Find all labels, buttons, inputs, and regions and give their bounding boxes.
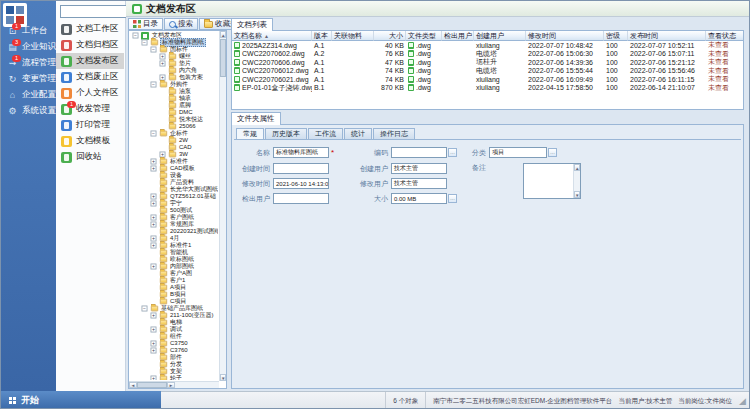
- scroll-down-icon[interactable]: ▼: [574, 191, 580, 198]
- tree-node[interactable]: A项目: [130, 284, 218, 291]
- table-row[interactable]: CWC220706021.dwgA.174 KB.dwgxiuliang2022…: [232, 75, 743, 84]
- tree-node[interactable]: +垫片: [130, 60, 218, 67]
- tree-node[interactable]: +包装方案: [130, 74, 218, 81]
- remark-textarea[interactable]: ▲▼: [523, 163, 581, 199]
- scroll-up-icon[interactable]: ▲: [220, 31, 226, 38]
- expand-icon[interactable]: +: [160, 54, 166, 60]
- column-header-6[interactable]: 检出用户: [442, 31, 474, 41]
- expand-icon[interactable]: +: [151, 327, 157, 333]
- expand-icon[interactable]: +: [151, 201, 157, 207]
- sidebar-item-6[interactable]: ⚙系统设置: [1, 103, 56, 119]
- tree-hscroll-thumb[interactable]: [137, 382, 167, 388]
- tree-node[interactable]: 油泵: [130, 88, 218, 95]
- column-header-7[interactable]: 创建用户: [474, 31, 526, 41]
- module-item-1[interactable]: 文档工作区: [56, 21, 124, 37]
- tab-folder-properties[interactable]: 文件夹属性: [231, 112, 281, 125]
- tree-node[interactable]: 欧标图纸: [130, 256, 218, 263]
- tab-document-list[interactable]: 文档列表: [231, 18, 273, 31]
- tree-node[interactable]: −外购件: [130, 81, 218, 88]
- tree-node[interactable]: +CAD模板: [130, 165, 218, 172]
- module-item-4[interactable]: 文档废止区: [56, 69, 124, 85]
- field-input[interactable]: 标准物料库图纸: [273, 147, 329, 158]
- table-row[interactable]: EP-01-01盒子浇铸.dwgB.1870 KB.dwgxiuliang202…: [232, 84, 743, 93]
- module-item-6[interactable]: 收发管理1: [56, 101, 124, 117]
- sidebar-item-1[interactable]: ⊡工作台1: [1, 23, 56, 39]
- sidebar-item-4[interactable]: ↻变更管理: [1, 71, 56, 87]
- tree-node[interactable]: +常规图库: [130, 221, 218, 228]
- start-button[interactable]: 开始: [1, 391, 161, 409]
- field-input[interactable]: 技术主管: [391, 163, 447, 174]
- collapse-icon[interactable]: −: [142, 306, 148, 312]
- tree-node[interactable]: 设备: [130, 172, 218, 179]
- properties-tab-1[interactable]: 常规: [236, 128, 264, 139]
- table-row[interactable]: CWC22070606.dwgA.147 KB.dwg琚桂升2022-07-06…: [232, 58, 743, 67]
- table-row[interactable]: 2025A2Z314.dwgA.140 KB.dwgxiuliang2022-0…: [232, 41, 743, 50]
- tree-node[interactable]: +标准件: [130, 158, 218, 165]
- tree-node[interactable]: 支架: [130, 368, 218, 375]
- tree-scroll-thumb[interactable]: [220, 39, 226, 77]
- ellipsis-button[interactable]: …: [448, 148, 457, 157]
- sidebar-item-5[interactable]: ⌂企业配置: [1, 87, 56, 103]
- column-header-9[interactable]: 密级: [604, 31, 628, 41]
- tree-vertical-scrollbar[interactable]: ▲ ▼: [219, 31, 226, 381]
- tree-node[interactable]: 组件: [130, 333, 218, 340]
- tree-node[interactable]: +4月: [130, 235, 218, 242]
- tree-node[interactable]: CAD: [130, 144, 218, 151]
- tree-node[interactable]: −基础产品库图纸: [130, 305, 218, 312]
- column-header-3[interactable]: 关联物料: [332, 31, 374, 41]
- tree-node[interactable]: 客户1: [130, 277, 218, 284]
- module-item-3[interactable]: 文档发布区: [56, 53, 124, 69]
- module-item-9[interactable]: 回收站: [56, 149, 124, 165]
- scroll-up-icon[interactable]: ▲: [574, 164, 580, 171]
- tree-node[interactable]: 500测试: [130, 207, 218, 214]
- expand-icon[interactable]: +: [151, 194, 157, 200]
- collapse-icon[interactable]: −: [142, 40, 148, 46]
- remark-scrollbar[interactable]: ▲▼: [573, 164, 580, 198]
- field-input[interactable]: [273, 163, 329, 174]
- table-row[interactable]: CWC22070602.dwgA.276 KB.dwg电缆塔2022-07-06…: [232, 50, 743, 59]
- properties-tab-4[interactable]: 统计: [344, 128, 372, 139]
- column-header-8[interactable]: 修改时间: [526, 31, 604, 41]
- expand-icon[interactable]: +: [151, 264, 157, 270]
- explorer-tab-1[interactable]: 目录: [128, 18, 163, 30]
- expand-icon[interactable]: +: [151, 376, 157, 380]
- tree-node[interactable]: +QTZ5612.01基础: [130, 193, 218, 200]
- tree-node[interactable]: +宇宁: [130, 200, 218, 207]
- tree-node[interactable]: +轮子: [130, 375, 218, 380]
- scroll-down-icon[interactable]: ▼: [220, 374, 226, 381]
- properties-tab-3[interactable]: 工作流: [308, 128, 343, 139]
- expand-icon[interactable]: +: [151, 348, 157, 354]
- tree-node[interactable]: 电梯: [130, 319, 218, 326]
- module-item-7[interactable]: 打印管理: [56, 117, 124, 133]
- expand-icon[interactable]: +: [151, 159, 157, 165]
- tree-node[interactable]: 部件: [130, 354, 218, 361]
- tree-node[interactable]: B项目: [130, 291, 218, 298]
- expand-icon[interactable]: +: [151, 341, 157, 347]
- field-input[interactable]: 技术主管: [391, 178, 447, 189]
- tree-node[interactable]: −企标件: [130, 130, 218, 137]
- tree-node[interactable]: C项目: [130, 298, 218, 305]
- collapse-icon[interactable]: −: [151, 82, 157, 88]
- ellipsis-button[interactable]: …: [448, 194, 457, 203]
- field-input[interactable]: 2021-06-10 14:13:00: [273, 178, 329, 189]
- module-item-2[interactable]: 文档归档区: [56, 37, 124, 53]
- resize-grip[interactable]: ◢: [739, 392, 749, 409]
- scroll-left-icon[interactable]: ◄: [129, 382, 137, 388]
- sidebar-item-2[interactable]: ▤企业知识库3: [1, 39, 56, 55]
- tree-node[interactable]: 内六角: [130, 67, 218, 74]
- tree-node[interactable]: 客户A图: [130, 270, 218, 277]
- column-header-4[interactable]: 大小: [374, 31, 406, 41]
- tree-node[interactable]: 20220321测试图纸: [130, 228, 218, 235]
- tree-node[interactable]: 底脚: [130, 102, 218, 109]
- tree-node[interactable]: 悦来悦达: [130, 116, 218, 123]
- tree-node[interactable]: −标准物料库图纸: [130, 39, 218, 46]
- tree-node[interactable]: 分发: [130, 361, 218, 368]
- properties-tab-5[interactable]: 操作日志: [373, 128, 415, 139]
- tree-horizontal-scrollbar[interactable]: ◄ ►: [129, 381, 219, 388]
- tree-node[interactable]: +3W: [130, 151, 218, 158]
- expand-icon[interactable]: +: [151, 222, 157, 228]
- module-item-5[interactable]: 个人文件区: [56, 85, 124, 101]
- tree-node[interactable]: 25066: [130, 123, 218, 130]
- collapse-icon[interactable]: −: [151, 47, 157, 53]
- explorer-tab-2[interactable]: 搜索: [164, 18, 198, 30]
